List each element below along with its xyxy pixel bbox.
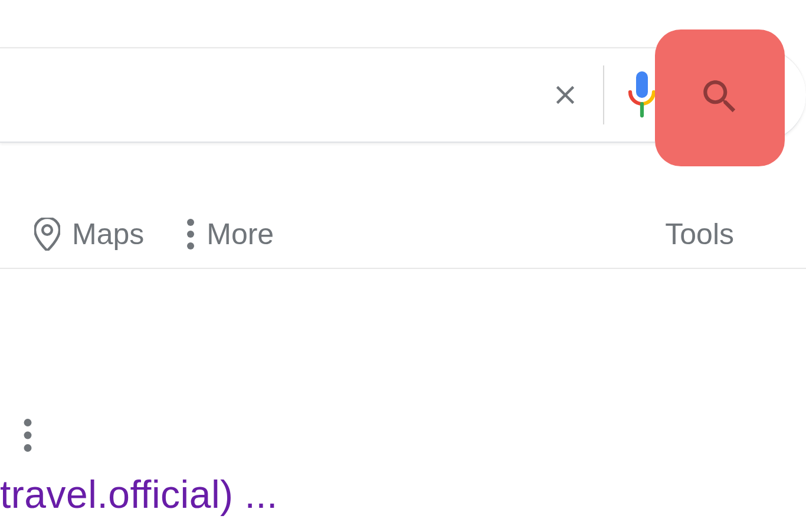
search-button-highlight[interactable] — [655, 29, 785, 166]
svg-point-9 — [187, 242, 194, 249]
svg-rect-0 — [636, 71, 648, 98]
nav-maps[interactable]: Maps — [34, 217, 144, 251]
svg-point-10 — [24, 419, 32, 426]
svg-point-11 — [24, 432, 32, 439]
search-bar-divider — [603, 65, 604, 124]
more-vertical-icon — [186, 219, 195, 249]
svg-point-12 — [24, 444, 32, 452]
svg-point-7 — [187, 219, 194, 226]
result-options-icon[interactable] — [24, 419, 32, 454]
search-nav-tabs: Maps More Tools — [0, 201, 806, 269]
nav-maps-label: Maps — [72, 217, 144, 251]
nav-more-label: More — [207, 217, 274, 251]
nav-tools-label: Tools — [665, 218, 734, 251]
nav-tools[interactable]: Tools — [665, 217, 734, 251]
clear-icon[interactable] — [548, 77, 583, 113]
mic-icon[interactable] — [624, 77, 660, 113]
nav-more[interactable]: More — [186, 217, 274, 251]
svg-point-8 — [187, 231, 194, 238]
search-icon — [698, 75, 742, 121]
pin-icon — [34, 218, 60, 251]
result-title-fragment[interactable]: travel.official) ... — [0, 472, 278, 517]
